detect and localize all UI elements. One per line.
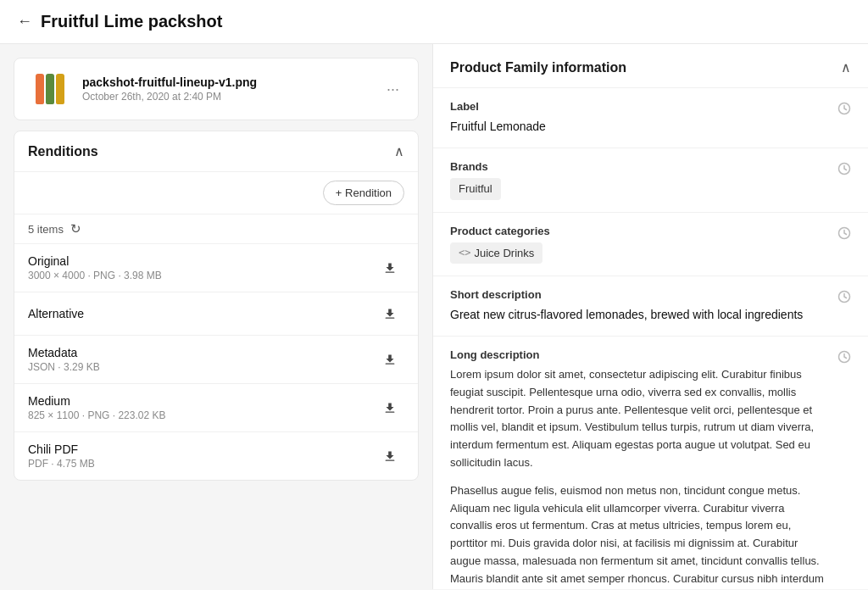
- download-icon: [382, 400, 398, 415]
- file-date: October 26th, 2020 at 2:40 PM: [82, 91, 371, 103]
- rendition-item-chilipdf: Chili PDF PDF · 4.75 MB: [14, 432, 418, 480]
- history-icon: [837, 290, 851, 303]
- page-header: ← Fruitful Lime packshot: [0, 0, 868, 44]
- history-icon: [837, 102, 851, 115]
- product-family-title: Product Family information: [450, 60, 626, 75]
- svg-rect-3: [386, 412, 395, 413]
- field-label-long-desc: Long description: [450, 348, 827, 361]
- main-layout: packshot-fruitful-lineup-v1.png October …: [0, 44, 868, 589]
- renditions-collapse-button[interactable]: ∧: [394, 143, 404, 159]
- download-icon: [382, 352, 398, 367]
- file-card: packshot-fruitful-lineup-v1.png October …: [14, 58, 419, 120]
- back-button[interactable]: ←: [17, 13, 32, 31]
- history-icon: [837, 162, 851, 175]
- field-row-label: Label Fruitful Lemonade: [433, 88, 868, 148]
- field-value-long-desc-para2: Phasellus augue felis, euismod non metus…: [450, 482, 827, 589]
- rendition-name-original: Original: [28, 254, 162, 268]
- rendition-meta-original: 3000 × 4000 · PNG · 3.98 MB: [28, 270, 162, 281]
- history-icon: [837, 226, 851, 240]
- history-button-label[interactable]: [837, 102, 851, 118]
- history-button-long-desc[interactable]: [837, 350, 851, 366]
- rendition-item-original: Original 3000 × 4000 · PNG · 3.98 MB: [14, 244, 418, 292]
- download-icon: [382, 448, 398, 464]
- field-row-categories: Product categories <> Juice Drinks: [433, 213, 868, 277]
- bottle-orange: [36, 74, 44, 104]
- file-thumbnail: [28, 70, 72, 108]
- svg-rect-2: [386, 364, 395, 365]
- download-button-alternative[interactable]: [376, 303, 404, 325]
- refresh-button[interactable]: ↻: [70, 221, 81, 237]
- renditions-title: Renditions: [28, 144, 98, 159]
- bottle-icon: [36, 74, 64, 104]
- rendition-item-medium: Medium 825 × 1100 · PNG · 223.02 KB: [14, 384, 418, 432]
- field-row-brands: Brands Fruitful: [433, 148, 868, 213]
- add-rendition-button[interactable]: + Rendition: [323, 181, 404, 205]
- left-panel: packshot-fruitful-lineup-v1.png October …: [0, 44, 432, 589]
- download-icon: [382, 306, 398, 321]
- field-label-categories: Product categories: [450, 225, 827, 237]
- file-name: packshot-fruitful-lineup-v1.png: [82, 75, 371, 89]
- product-family-collapse-button[interactable]: ∧: [841, 59, 851, 75]
- field-label-brands: Brands: [450, 160, 827, 173]
- category-tag-juicedrinks: <> Juice Drinks: [450, 242, 542, 264]
- download-button-chilipdf[interactable]: [376, 445, 404, 467]
- rendition-name-chilipdf: Chili PDF: [28, 442, 95, 456]
- field-value-long-desc-para1: Lorem ipsum dolor sit amet, consectetur …: [450, 366, 827, 472]
- field-row-short-desc: Short description Great new citrus-flavo…: [433, 276, 868, 337]
- history-button-categories[interactable]: [837, 226, 851, 242]
- svg-rect-4: [386, 460, 395, 461]
- svg-rect-0: [386, 272, 395, 273]
- renditions-card: Renditions ∧ + Rendition 5 items ↻ Origi…: [14, 131, 419, 481]
- download-button-metadata[interactable]: [376, 348, 404, 370]
- download-icon: [382, 260, 398, 276]
- bottle-green: [46, 74, 54, 104]
- rendition-item-metadata: Metadata JSON · 3.29 KB: [14, 336, 418, 384]
- history-button-short-desc[interactable]: [837, 290, 851, 306]
- bottle-yellow: [56, 74, 64, 104]
- file-info: packshot-fruitful-lineup-v1.png October …: [82, 75, 371, 103]
- rendition-name-medium: Medium: [28, 394, 165, 408]
- download-button-original[interactable]: [376, 257, 404, 279]
- items-count-row: 5 items ↻: [14, 214, 418, 244]
- field-label-label: Label: [450, 100, 827, 113]
- field-value-label: Fruitful Lemonade: [450, 118, 827, 136]
- svg-rect-1: [386, 318, 395, 319]
- file-menu-button[interactable]: ···: [381, 77, 404, 102]
- rendition-meta-chilipdf: PDF · 4.75 MB: [28, 458, 95, 470]
- field-value-short-desc: Great new citrus-flavored lemonades, bre…: [450, 306, 827, 324]
- rendition-meta-metadata: JSON · 3.29 KB: [28, 361, 100, 373]
- field-label-short-desc: Short description: [450, 288, 827, 301]
- product-family-header: Product Family information ∧: [433, 44, 868, 88]
- right-panel: Product Family information ∧ Label Fruit…: [432, 44, 868, 589]
- rendition-name-alternative: Alternative: [28, 307, 84, 320]
- field-row-long-desc: Long description Lorem ipsum dolor sit a…: [433, 337, 868, 589]
- rendition-name-metadata: Metadata: [28, 346, 100, 359]
- brand-tag-fruitful: Fruitful: [450, 178, 501, 200]
- download-button-medium[interactable]: [376, 397, 404, 419]
- rendition-meta-medium: 825 × 1100 · PNG · 223.02 KB: [28, 409, 165, 421]
- history-button-brands[interactable]: [837, 162, 851, 178]
- renditions-header: Renditions ∧: [14, 131, 418, 172]
- items-count: 5 items: [28, 223, 64, 236]
- renditions-toolbar: + Rendition: [14, 172, 418, 214]
- page-title: Fruitful Lime packshot: [41, 12, 222, 31]
- rendition-item-alternative: Alternative: [14, 292, 418, 336]
- history-icon: [837, 350, 851, 364]
